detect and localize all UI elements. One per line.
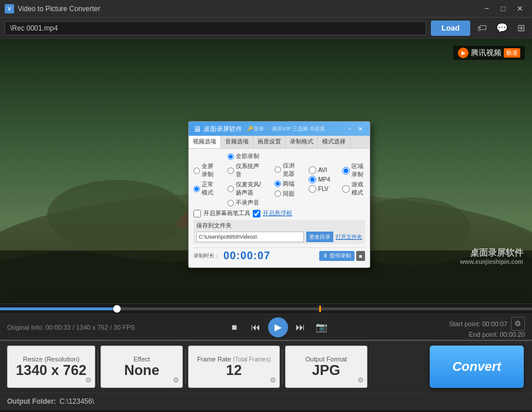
end-point-text: End point: 00:00:20	[469, 331, 525, 338]
start-point-row: Start point: 00:00:07 ⚙	[419, 317, 525, 331]
progress-end-marker	[319, 306, 321, 312]
framerate-settings-button[interactable]: ⚙	[270, 376, 276, 384]
popup-mode-options: 区域录制 游戏模式	[342, 162, 365, 197]
maximize-button[interactable]: □	[496, 2, 511, 15]
popup-fullscreen-option[interactable]: 全屏录制	[193, 162, 215, 179]
popup-checkbox-pen[interactable]	[193, 210, 201, 217]
effect-panel: Effect None ⚙	[101, 346, 183, 388]
popup-checkbox-row: 开启屏幕画笔工具 开启悬浮框	[193, 209, 365, 217]
popup-fmt-avi[interactable]: AVI	[309, 166, 330, 174]
video-area: ▶ 腾讯视频 极速 桌面录屏软件 www.xunjieshipin.com 依然…	[0, 39, 532, 303]
popup-timer-controls: ⏸ 暂停录制 ■	[319, 251, 365, 261]
popup-audio-system[interactable]: 仅系统声音	[227, 162, 263, 179]
popup-size-options: 仅浏览器 两端 同面	[275, 162, 296, 198]
format-value: JPG	[312, 363, 340, 378]
address-bar: Load 🏷 💬 ⊞	[0, 18, 532, 39]
prev-button[interactable]: ⏮	[247, 319, 265, 336]
convert-button[interactable]: Convert	[430, 346, 524, 388]
chat-icon-button[interactable]: 💬	[494, 22, 510, 34]
framerate-value: 12	[226, 363, 242, 378]
popup-size-original[interactable]: 仅浏览器	[275, 162, 296, 178]
resize-settings-button[interactable]: ⚙	[85, 376, 92, 384]
output-folder-label: Output Folder:	[7, 397, 56, 406]
popup-audio-all[interactable]: 全部录制	[227, 152, 263, 160]
popup-mode-game[interactable]: 游戏模式	[342, 180, 365, 197]
layout-icon-button[interactable]: ⊞	[515, 22, 527, 34]
popup-tab-mode[interactable]: 模式选择	[318, 136, 350, 148]
popup-tab-video[interactable]: 视频选项	[189, 136, 221, 148]
popup-checkbox-float-label[interactable]: 开启悬浮框	[263, 209, 292, 217]
popup-area-option[interactable]: 正常模式	[193, 180, 215, 197]
popup-folder-title: 保存到文件夹	[196, 222, 362, 230]
popup-fmt-flv[interactable]: FLV	[309, 185, 330, 193]
popup-folder-section: 保存到文件夹 更改目录 打开文件夹	[193, 220, 365, 244]
popup-tab-format[interactable]: 录制格式	[286, 136, 318, 148]
popup-checkbox-float[interactable]	[253, 210, 260, 217]
popup-tab-quality[interactable]: 画质设置	[253, 136, 286, 148]
resize-value: 1340 x 762	[16, 363, 86, 378]
app-title: Video to Picture Converter	[18, 5, 101, 13]
parameters-panel: Resize (Resolution) 1340 x 762 ⚙ Effect …	[0, 340, 532, 393]
separator-1	[98, 349, 98, 384]
popup-format-options: AVI MP4 FLV	[309, 166, 330, 193]
progress-track[interactable]	[0, 307, 532, 310]
progress-area[interactable]	[0, 303, 532, 314]
window-controls: − □ ✕	[479, 2, 527, 15]
popup-folder-row: 更改目录 打开文件夹	[196, 232, 362, 242]
popup-close[interactable]: ✕	[356, 124, 365, 133]
popup-size-both[interactable]: 两端	[275, 180, 296, 188]
popup-open-folder-link[interactable]: 打开文件夹	[336, 233, 362, 241]
output-folder-bar: Output Folder: C:\123456\	[0, 393, 532, 409]
effect-settings-button[interactable]: ⚙	[173, 376, 179, 384]
popup-size-screen[interactable]: 同面	[275, 190, 296, 198]
app-icon: V	[5, 4, 14, 14]
separator-3	[282, 349, 283, 384]
next-button[interactable]: ⏭	[292, 319, 309, 336]
popup-minimize[interactable]: −	[345, 124, 354, 133]
popup-audio-mic[interactable]: 仅麦克风/扬声器	[227, 180, 263, 197]
stop-button[interactable]: ■	[226, 319, 243, 336]
popup-audio-none[interactable]: 不录声音	[227, 199, 263, 207]
controls-bar: Original Info: 00:00:33 / 1340 x 762 / 3…	[0, 314, 532, 340]
popup-stop-btn[interactable]: ■	[356, 251, 365, 261]
popup-checkbox-pen-label: 开启屏幕画笔工具	[203, 209, 250, 217]
tencent-play-icon: ▶	[458, 48, 469, 58]
end-point-row: End point: 00:00:20	[419, 331, 525, 338]
title-left: V Video to Picture Converter	[5, 4, 101, 14]
framerate-label: Frame Rate (Total Frames)	[197, 356, 271, 363]
resize-panel: Resize (Resolution) 1340 x 762 ⚙	[7, 346, 95, 388]
tencent-name: 腾讯视频	[471, 48, 501, 58]
popup-tab-audio[interactable]: 音频选项	[221, 136, 253, 148]
load-button[interactable]: Load	[431, 21, 470, 36]
popup-window-controls: − ✕	[345, 124, 365, 133]
close-button[interactable]: ✕	[512, 2, 527, 15]
popup-fmt-mp4[interactable]: MP4	[309, 176, 330, 183]
bottom-bar: UEBUG.com	[0, 409, 532, 412]
popup-timer-label: 录制时长：	[193, 252, 220, 260]
resize-label: Resize (Resolution)	[16, 356, 86, 363]
popup-audio-options: 全部录制 仅系统声音 仅麦克风/扬声器 不录声音	[227, 152, 263, 207]
effect-value: None	[124, 363, 159, 378]
popup-mode-normal[interactable]: 区域录制	[342, 162, 365, 179]
title-bar: V Video to Picture Converter − □ ✕	[0, 0, 532, 18]
popup-pause-btn[interactable]: ⏸ 暂停录制	[319, 251, 354, 261]
format-settings-button[interactable]: ⚙	[357, 376, 364, 384]
file-path-input[interactable]	[5, 21, 426, 35]
video-info-text: Original Info: 00:00:33 / 1340 x 762 / 3…	[7, 324, 136, 331]
progress-thumb[interactable]	[113, 305, 121, 313]
minimize-button[interactable]: −	[479, 2, 494, 15]
popup-change-dir-btn[interactable]: 更改目录	[306, 232, 333, 242]
separator-2	[185, 349, 186, 384]
output-folder-path: C:\123456\	[59, 397, 94, 406]
screen-recorder-popup: 🖥 桌面录屏软件 🔑登录 🛒购买VIP 三选购 ⚙设置 − ✕ 视频选项 音频选…	[188, 121, 370, 268]
tencent-sub: 极速	[504, 48, 520, 58]
play-button[interactable]: ▶	[268, 317, 288, 337]
popup-tabs: 视频选项 音频选项 画质设置 录制格式 模式选择	[189, 136, 370, 149]
progress-played	[0, 307, 117, 310]
popup-folder-input[interactable]	[196, 232, 304, 242]
tag-icon-button[interactable]: 🏷	[475, 23, 489, 34]
effect-label: Effect	[109, 356, 174, 363]
popup-subtitle: 🔑登录 🛒购买VIP 三选购 ⚙设置	[247, 125, 325, 133]
snapshot-button[interactable]: 📷	[313, 319, 330, 336]
start-point-settings[interactable]: ⚙	[511, 317, 525, 331]
